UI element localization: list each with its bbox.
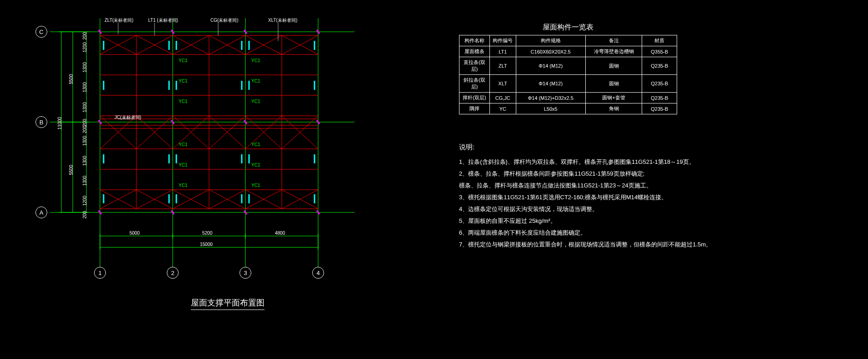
tag-jc: JC(未标者同) bbox=[115, 114, 141, 121]
cell: 屋面檩条 bbox=[459, 46, 490, 57]
cell: 圆钢+套管 bbox=[585, 93, 642, 103]
dim-row-b4: 1200 bbox=[82, 196, 87, 206]
tag-yc1-k: YC1 bbox=[179, 183, 187, 188]
dim-row-t2: 1300 bbox=[82, 62, 87, 72]
table-header-row: 构件名称 构件编号 构件规格 备注 材质 bbox=[459, 35, 677, 46]
cell: Q235-B bbox=[642, 103, 677, 114]
table-row: 屋面檩条 LT1 C160X60X20X2.5 冷弯薄壁卷边槽钢 Q355-B bbox=[459, 46, 677, 57]
cell: 隅撑 bbox=[459, 103, 490, 114]
note-line: 2、檩条、拉条、撑杆根据檩条间距参按图集11G521-1第59页放样确定; bbox=[459, 168, 713, 180]
drawing-title: 屋面支撑平面布置图 bbox=[191, 297, 264, 310]
dim-row-b5: 200 bbox=[82, 211, 87, 219]
cell: LT1 bbox=[490, 46, 516, 57]
note-line: 5、屋面板的自重不应超过 25kg/m²。 bbox=[459, 215, 713, 227]
cell: L50x5 bbox=[516, 103, 585, 114]
tag-yc1-b: YC1 bbox=[251, 58, 260, 63]
cell: Q235-B bbox=[642, 75, 677, 93]
tag-cg: CG(未标者同) bbox=[210, 17, 239, 24]
roof-plan-drawing: C B A 1 2 3 4 5000 5200 4800 15000 200 1… bbox=[27, 14, 427, 295]
cell: 圆钢 bbox=[585, 57, 642, 75]
note-line: 檩条、拉条、撑杆与檩条连接节点做法按图集11G521-1第23～24页施工。 bbox=[459, 180, 713, 192]
note-line: 4、边檩条定位可根据天沟安装情况，现场适当调整。 bbox=[459, 203, 713, 215]
component-table: 构件名称 构件编号 构件规格 备注 材质 屋面檩条 LT1 C160X60X20… bbox=[459, 35, 677, 114]
grid-bubble-2: 2 bbox=[167, 267, 179, 279]
tag-zlt: ZLT(未标者同) bbox=[105, 17, 134, 24]
cell: C160X60X20X2.5 bbox=[516, 46, 585, 57]
cell: XLT bbox=[490, 75, 516, 93]
th-mat: 材质 bbox=[642, 35, 677, 46]
dim-row-b0: 200 bbox=[82, 126, 87, 133]
cell: 圆钢 bbox=[585, 75, 642, 93]
cell: Q355-B bbox=[642, 46, 677, 57]
cell: 冷弯薄壁卷边槽钢 bbox=[585, 46, 642, 57]
cell: 角钢 bbox=[585, 103, 642, 114]
grid-bubble-a: A bbox=[35, 207, 47, 218]
tag-lt1: LT1 (未标者同) bbox=[148, 17, 178, 24]
dim-bay-1: 5000 bbox=[130, 231, 140, 236]
dim-bay-2: 5200 bbox=[202, 231, 212, 236]
dim-row-b2: 1300 bbox=[82, 156, 87, 166]
cell: CG,JC bbox=[490, 93, 516, 103]
cell: Φ14 (M12) bbox=[516, 75, 585, 93]
dim-span-top: 5500 bbox=[69, 74, 74, 84]
dim-span-bot: 5500 bbox=[69, 165, 74, 175]
tag-xlt: XLT(未标者同) bbox=[268, 17, 297, 24]
component-table-section: 屋面构件一览表 构件名称 构件编号 构件规格 备注 材质 屋面檩条 LT1 C1… bbox=[459, 23, 677, 114]
table-row: 隅撑 YC L50x5 角钢 Q235-B bbox=[459, 103, 677, 114]
table-row: 直拉条(双层) ZLT Φ14 (M12) 圆钢 Q235-B bbox=[459, 57, 677, 75]
tag-yc1-h: YC1 bbox=[251, 142, 260, 147]
grid-bubble-b: B bbox=[35, 116, 47, 128]
dim-row-t1: 1200 bbox=[82, 42, 87, 52]
table-title: 屋面构件一览表 bbox=[459, 23, 677, 32]
note-line: 6、两端屋面檩条的下料长度应结合建施图确定。 bbox=[459, 227, 713, 239]
tag-yc1-a: YC1 bbox=[179, 58, 187, 63]
dim-total: 15000 bbox=[200, 242, 213, 247]
tag-yc1-g: YC1 bbox=[179, 142, 187, 147]
notes-title: 说明: bbox=[459, 143, 713, 152]
grid-bubble-3: 3 bbox=[239, 267, 251, 279]
cell: Φ14 (M12)+D32x2.5 bbox=[516, 93, 585, 103]
cell: ZLT bbox=[490, 57, 516, 75]
plan-svg bbox=[27, 14, 427, 295]
cell: Q235-B bbox=[642, 93, 677, 103]
tag-yc1-f: YC1 bbox=[251, 99, 260, 104]
tag-yc1-e: YC1 bbox=[179, 99, 187, 104]
th-name: 构件名称 bbox=[459, 35, 490, 46]
tag-yc1-j: YC1 bbox=[251, 162, 260, 167]
cell: 撑杆(双层) bbox=[459, 93, 490, 103]
table-row: 斜拉条(双层) XLT Φ14 (M12) 圆钢 Q235-B bbox=[459, 75, 677, 93]
tag-yc1-l: YC1 bbox=[251, 183, 260, 188]
cell: Φ14 (M12) bbox=[516, 57, 585, 75]
th-code: 构件编号 bbox=[490, 35, 516, 46]
th-remark: 备注 bbox=[585, 35, 642, 46]
cell: Q235-B bbox=[642, 57, 677, 75]
dim-row-t0: 200 bbox=[82, 32, 87, 40]
dim-row-b3: 1300 bbox=[82, 176, 87, 186]
table-row: 撑杆(双层) CG,JC Φ14 (M12)+D32x2.5 圆钢+套管 Q23… bbox=[459, 93, 677, 103]
note-line: 1、拉条(含斜拉条)、撑杆均为双拉条、双撑杆。檩条开孔参图图集11G521-1第… bbox=[459, 156, 713, 168]
grid-bubble-c: C bbox=[35, 26, 47, 38]
dim-row-b1: 1300 bbox=[82, 136, 87, 146]
cell: YC bbox=[490, 103, 516, 114]
tag-yc1-c: YC1 bbox=[179, 79, 187, 84]
note-line: 7、檩托定位与钢梁拼接板的位置重合时，根据现场情况适当调整，但檩条的间距不能超过… bbox=[459, 239, 713, 251]
tag-yc1-d: YC1 bbox=[251, 79, 260, 84]
grid-bubble-4: 4 bbox=[312, 267, 324, 279]
cell: 斜拉条(双层) bbox=[459, 75, 490, 93]
cell: 直拉条(双层) bbox=[459, 57, 490, 75]
grid-bubble-1: 1 bbox=[94, 267, 106, 279]
th-spec: 构件规格 bbox=[516, 35, 585, 46]
dim-bay-3: 4800 bbox=[275, 231, 285, 236]
tag-yc1-i: YC1 bbox=[179, 162, 187, 167]
dim-row-t4: 1300 bbox=[82, 102, 87, 112]
notes-section: 说明: 1、拉条(含斜拉条)、撑杆均为双拉条、双撑杆。檩条开孔参图图集11G52… bbox=[459, 143, 713, 251]
dim-row-t3: 1300 bbox=[82, 82, 87, 92]
dim-span-total: 11000 bbox=[57, 117, 62, 130]
note-line: 3、檩托根据图集11G521-1第61页选用CT2-160;檩条与檩托采用M14… bbox=[459, 192, 713, 203]
